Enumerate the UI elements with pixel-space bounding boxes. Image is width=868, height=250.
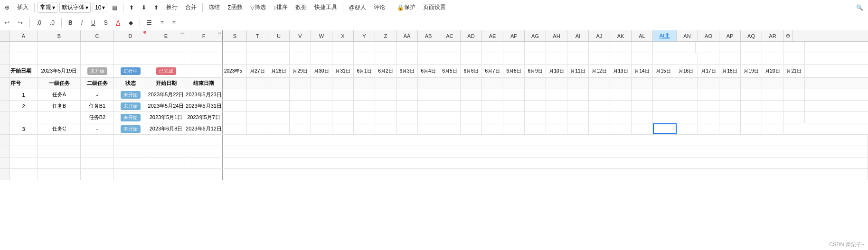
align-btm-button[interactable]: ⬆ (151, 3, 161, 12)
protect-button[interactable]: 🔒 保护 (394, 2, 418, 12)
col-header-AB[interactable]: AB (418, 30, 439, 41)
cell-task1-A[interactable]: 任务A (38, 89, 81, 100)
col-header-T[interactable]: T (247, 30, 268, 41)
bold-button[interactable]: B (66, 19, 75, 27)
cell-task2-A[interactable]: - (81, 89, 114, 100)
col-header-AA[interactable]: AA (396, 30, 418, 41)
cell-status-header[interactable]: 状态 (114, 78, 147, 89)
cell-F1[interactable] (185, 42, 223, 53)
cell-E1[interactable] (147, 42, 185, 53)
grid-button[interactable]: ▦ (109, 3, 120, 12)
col-header-AD[interactable]: AD (461, 30, 482, 41)
col-header-Y[interactable]: Y (354, 30, 375, 41)
freeze-button[interactable]: 冻结 (206, 2, 223, 12)
inc-decimal-button[interactable]: .0 (47, 19, 57, 27)
col-header-AC[interactable]: AC (439, 30, 461, 41)
filter-button[interactable]: ▽ 筛选 (247, 2, 269, 12)
at-button[interactable]: @ @人 (346, 2, 369, 12)
col-header-AL[interactable]: AL (632, 30, 653, 41)
align-right-button[interactable]: ≡ (170, 19, 179, 27)
align-top-button[interactable]: ⬆ (126, 3, 137, 12)
cell-task2-header[interactable]: 二级任务 (81, 78, 114, 89)
cell-year-month[interactable]: 2023年5 (223, 65, 247, 77)
cell-task1-C[interactable]: 任务C (38, 123, 81, 134)
cell-task1-B[interactable]: 任务B (38, 101, 81, 111)
cell-status-B1[interactable]: 未开始 (114, 101, 147, 111)
selected-cell-AM8[interactable] (653, 123, 677, 134)
cell-task2-B1[interactable]: 任务B1 (81, 101, 114, 111)
col-header-X[interactable]: X (332, 30, 354, 41)
page-setup-button[interactable]: 页面设置 (420, 2, 449, 12)
sort-button[interactable]: ↕ 排序 (271, 2, 291, 12)
quicktool-button[interactable]: 快捷工具 (311, 2, 340, 12)
cell-C1[interactable] (81, 42, 114, 53)
cell-end-C[interactable]: 2023年6月12日 (185, 123, 223, 134)
cell-seq-header[interactable]: 序号 (9, 78, 38, 89)
col-header-E[interactable]: E ⇔ (147, 30, 185, 41)
align-left-button[interactable]: ☰ (144, 19, 155, 27)
cell-start-B2[interactable]: 2023年5月1日 (147, 112, 185, 123)
col-header-AH[interactable]: AH (546, 30, 567, 41)
align-mid-button[interactable]: ⬇ (139, 3, 149, 12)
col-header-Z[interactable]: Z (375, 30, 396, 41)
font-dropdown[interactable]: 默认字体 ▾ (59, 2, 91, 13)
col-header-S[interactable]: S (223, 30, 247, 41)
style-dropdown[interactable]: 常规 ▾ (38, 2, 57, 13)
font-size-dropdown[interactable]: 10 ▾ (93, 3, 107, 12)
cell-status-A[interactable]: 未开始 (114, 89, 147, 100)
col-header-AM[interactable]: AI北 (653, 30, 677, 41)
font-color-button[interactable]: A (113, 19, 123, 27)
cell-start-date-value[interactable]: 2023年5月19日 (38, 65, 81, 77)
cell-end-B1[interactable]: 2023年5月31日 (185, 101, 223, 111)
merge-button[interactable]: 合并 (182, 2, 199, 12)
col-header-D[interactable]: D (114, 30, 147, 41)
cell-start-header[interactable]: 开始日期 (147, 78, 185, 89)
col-header-AE[interactable]: AE (482, 30, 503, 41)
cell-S1[interactable] (223, 42, 247, 53)
cell-start-C[interactable]: 2023年6月8日 (147, 123, 185, 134)
col-header-B[interactable]: B (38, 30, 81, 41)
cell-end-B2[interactable]: 2023年5月7日 (185, 112, 223, 123)
cell-seq-2[interactable]: 2 (9, 101, 38, 111)
col-header-AK[interactable]: AK (610, 30, 632, 41)
col-header-C[interactable]: C (81, 30, 114, 41)
align-center-button[interactable]: ≡ (158, 19, 167, 27)
data-button[interactable]: 数据 (292, 2, 310, 12)
col-header-AF[interactable]: AF (503, 30, 525, 41)
col-header-F[interactable]: F ⇔ (185, 30, 223, 41)
cell-end-header[interactable]: 结束日期 (185, 78, 223, 89)
cell-status-B2[interactable]: 未开始 (114, 112, 147, 123)
col-header-W[interactable]: W (311, 30, 332, 41)
comment-button[interactable]: 评论 (371, 2, 388, 12)
cell-start-A[interactable]: 2023年5月22日 (147, 89, 185, 100)
italic-button[interactable]: I (78, 19, 85, 27)
col-header-AQ[interactable]: AQ (741, 30, 762, 41)
undo-button[interactable]: ↩ (2, 19, 12, 27)
col-header-AP[interactable]: AP (719, 30, 741, 41)
cell-D1[interactable] (114, 42, 147, 53)
cell-end-A[interactable]: 2023年5月23日 (185, 89, 223, 100)
add-button[interactable]: ⊕ (2, 3, 12, 12)
cell-completed-badge[interactable]: 已完成 (147, 65, 185, 77)
underline-button[interactable]: U (88, 19, 98, 27)
insert-button[interactable]: 插入 (14, 2, 31, 12)
redo-button[interactable]: ↪ (15, 19, 26, 27)
cell-seq-3[interactable]: 3 (9, 123, 38, 134)
strikethrough-button[interactable]: S (101, 19, 111, 27)
cell-start-B1[interactable]: 2023年5月24日 (147, 101, 185, 111)
col-header-AO[interactable]: AO (698, 30, 719, 41)
col-header-V[interactable]: V (290, 30, 311, 41)
cell-not-started-badge[interactable]: 未开始 (81, 65, 114, 77)
cell-B1[interactable] (38, 42, 81, 53)
cell-A1[interactable] (9, 42, 38, 53)
col-header-AG[interactable]: AG (525, 30, 546, 41)
col-header-AJ[interactable]: AJ (589, 30, 610, 41)
cell-status-C[interactable]: 未开始 (114, 123, 147, 134)
col-header-AI[interactable]: AI (567, 30, 589, 41)
cell-task1-header[interactable]: 一级任务 (38, 78, 81, 89)
col-header-U[interactable]: U (268, 30, 290, 41)
col-header-AN[interactable]: AN (677, 30, 698, 41)
cell-in-progress-badge[interactable]: 进行中 (114, 65, 147, 77)
col-header-A[interactable]: A (9, 30, 38, 41)
wrap-button[interactable]: 换行 (163, 2, 180, 12)
